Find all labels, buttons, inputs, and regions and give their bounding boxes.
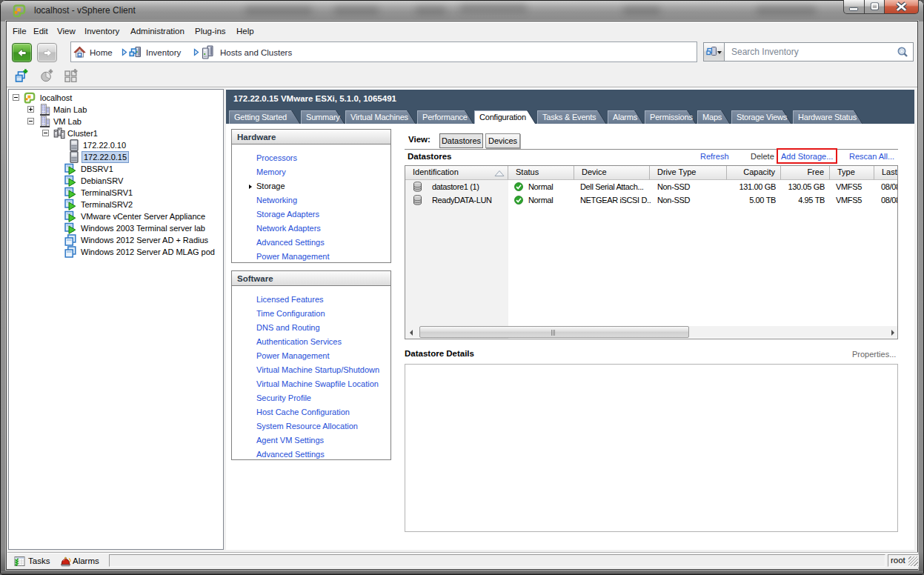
- horizontal-scrollbar[interactable]: [406, 326, 898, 338]
- search-icon[interactable]: [896, 46, 909, 59]
- tree-item-windows-2012-server-ad-radius[interactable]: Windows 2012 Server AD + Radius: [9, 234, 223, 246]
- back-button[interactable]: [12, 43, 32, 62]
- tree-item-main-lab[interactable]: Main Lab: [9, 104, 223, 116]
- breadcrumb-inventory[interactable]: Inventory: [146, 47, 181, 59]
- search-scope-dropdown[interactable]: [703, 42, 725, 62]
- software-link-licensed-features[interactable]: Licensed Features: [256, 293, 324, 307]
- menu-help[interactable]: Help: [235, 24, 256, 38]
- collapse-icon[interactable]: [42, 130, 49, 136]
- search-placeholder: Search Inventory: [731, 47, 799, 57]
- software-link-security-profile[interactable]: Security Profile: [256, 391, 311, 405]
- column-header-type[interactable]: Type: [830, 166, 874, 180]
- menu-edit[interactable]: Edit: [32, 24, 50, 38]
- tab-hardware-status[interactable]: Hardware Status: [793, 110, 862, 124]
- datacenter-icon: [39, 116, 50, 127]
- hardware-link-storage[interactable]: Storage: [256, 179, 285, 193]
- tree-item-vmware-vcenter-server-appliance[interactable]: VMware vCenter Server Appliance: [9, 210, 223, 222]
- view-button-devices[interactable]: Devices: [485, 133, 520, 148]
- column-header-capacity[interactable]: Capacity: [727, 166, 781, 180]
- view-button-datastores[interactable]: Datastores: [439, 133, 483, 148]
- datastores-table: IdentificationStatusDeviceDrive TypeCapa…: [405, 165, 898, 339]
- software-link-virtual-machine-startup-shutdown[interactable]: Virtual Machine Startup/Shutdown: [256, 363, 379, 377]
- new-entity-icon[interactable]: [15, 69, 28, 82]
- tree-item-172-22-0-10[interactable]: 172.22.0.10: [9, 139, 223, 151]
- tab-maps[interactable]: Maps: [697, 110, 730, 124]
- tab-performance[interactable]: Performance: [417, 110, 473, 124]
- column-header-free[interactable]: Free: [781, 166, 830, 180]
- maximize-button[interactable]: [864, 0, 885, 14]
- table-row[interactable]: datastore1 (1): [405, 180, 508, 193]
- hardware-link-networking[interactable]: Networking: [256, 193, 297, 207]
- software-link-power-management[interactable]: Power Management: [256, 349, 329, 363]
- hardware-link-storage-adapters[interactable]: Storage Adapters: [256, 207, 319, 222]
- hardware-link-processors[interactable]: Processors: [256, 151, 297, 165]
- vm-off-icon: [64, 234, 76, 246]
- rescan-all-link[interactable]: Rescan All...: [849, 151, 894, 162]
- column-header-drive_type[interactable]: Drive Type: [650, 166, 727, 180]
- software-link-host-cache-configuration[interactable]: Host Cache Configuration: [256, 405, 350, 419]
- software-link-time-configuration[interactable]: Time Configuration: [256, 307, 325, 321]
- tree-item-localhost[interactable]: localhost: [9, 92, 223, 104]
- tree-item-dbsrv1[interactable]: DBSRV1: [9, 163, 223, 175]
- software-box-title: Software: [232, 271, 390, 286]
- hardware-link-network-adapters[interactable]: Network Adapters: [256, 222, 321, 236]
- menu-administration[interactable]: Administration: [129, 24, 186, 38]
- hardware-link-advanced-settings[interactable]: Advanced Settings: [256, 236, 325, 250]
- tree-item-terminalsrv2[interactable]: TerminalSRV2: [9, 199, 223, 210]
- column-header-last[interactable]: Last: [874, 166, 898, 180]
- tasks-button[interactable]: Tasks: [28, 556, 50, 565]
- scroll-left-button[interactable]: [406, 326, 418, 338]
- hardware-link-power-management[interactable]: Power Management: [256, 250, 329, 264]
- software-link-system-resource-allocation[interactable]: System Resource Allocation: [256, 419, 358, 433]
- tab-permissions[interactable]: Permissions: [645, 110, 696, 124]
- breadcrumb-home[interactable]: Home: [90, 47, 113, 59]
- tree-item-cluster1[interactable]: Cluster1: [9, 127, 223, 139]
- collapse-icon[interactable]: [13, 94, 19, 101]
- tab-alarms[interactable]: Alarms: [608, 110, 643, 124]
- forward-button[interactable]: [37, 43, 57, 62]
- expand-icon[interactable]: [27, 106, 34, 113]
- menu-file[interactable]: File: [11, 24, 28, 38]
- menu-view[interactable]: View: [56, 24, 77, 38]
- resize-grip[interactable]: [908, 556, 918, 566]
- tree-item-172-22-0-15[interactable]: 172.22.0.15: [9, 151, 223, 163]
- tab-virtual-machines[interactable]: Virtual Machines: [345, 110, 416, 124]
- tree-item-windows-2003-terminal-server-lab[interactable]: Windows 2003 Terminal server lab: [9, 222, 223, 234]
- scroll-right-button[interactable]: [886, 326, 898, 338]
- tab-configuration[interactable]: Configuration: [474, 110, 536, 124]
- breadcrumb-hosts-clusters[interactable]: Hosts and Clusters: [220, 47, 292, 59]
- tree-item-vm-lab[interactable]: VM Lab: [9, 116, 223, 127]
- alarms-button[interactable]: Alarms: [73, 556, 99, 565]
- software-link-advanced-settings[interactable]: Advanced Settings: [256, 448, 325, 462]
- column-header-device[interactable]: Device: [574, 166, 650, 180]
- menu-inventory[interactable]: Inventory: [83, 24, 121, 38]
- close-button[interactable]: [884, 0, 919, 14]
- scrollbar-thumb[interactable]: [419, 326, 689, 338]
- tab-tasks-events[interactable]: Tasks & Events: [537, 110, 606, 124]
- tab-summary[interactable]: Summary: [301, 110, 345, 124]
- software-link-virtual-machine-swapfile-location[interactable]: Virtual Machine Swapfile Location: [256, 377, 379, 391]
- column-header-identification[interactable]: Identification: [405, 166, 508, 180]
- refresh-link[interactable]: Refresh: [700, 151, 729, 162]
- software-link-dns-and-routing[interactable]: DNS and Routing: [256, 321, 320, 335]
- minimize-button[interactable]: [843, 0, 865, 14]
- search-input[interactable]: Search Inventory: [724, 42, 914, 62]
- scheduled-task-icon-disabled[interactable]: [40, 69, 53, 82]
- tab-getting-started[interactable]: Getting Started: [229, 110, 300, 124]
- menu-plug-ins[interactable]: Plug-ins: [193, 24, 227, 38]
- host-profiles-icon-disabled[interactable]: [64, 69, 78, 82]
- hardware-link-memory[interactable]: Memory: [256, 165, 286, 179]
- software-link-agent-vm-settings[interactable]: Agent VM Settings: [256, 433, 324, 448]
- properties-link[interactable]: Properties...: [852, 350, 896, 359]
- table-row[interactable]: ReadyDATA-LUN: [405, 193, 508, 207]
- titlebar[interactable]: [1, 1, 923, 21]
- configuration-content: Hardware ProcessorsMemoryStorageNetworki…: [226, 124, 914, 550]
- tree-item-debiansrv[interactable]: DebianSRV: [9, 175, 223, 187]
- column-header-status[interactable]: Status: [508, 166, 574, 180]
- tree-item-terminalsrv1[interactable]: TerminalSRV1: [9, 187, 223, 199]
- tab-storage-views[interactable]: Storage Views: [731, 110, 791, 124]
- collapse-icon[interactable]: [27, 118, 34, 124]
- tree-item-windows-2012-server-ad-mlag-pod[interactable]: Windows 2012 Server AD MLAG pod: [9, 246, 223, 258]
- software-link-authentication-services[interactable]: Authentication Services: [256, 335, 342, 349]
- delete-link[interactable]: Delete: [751, 151, 774, 162]
